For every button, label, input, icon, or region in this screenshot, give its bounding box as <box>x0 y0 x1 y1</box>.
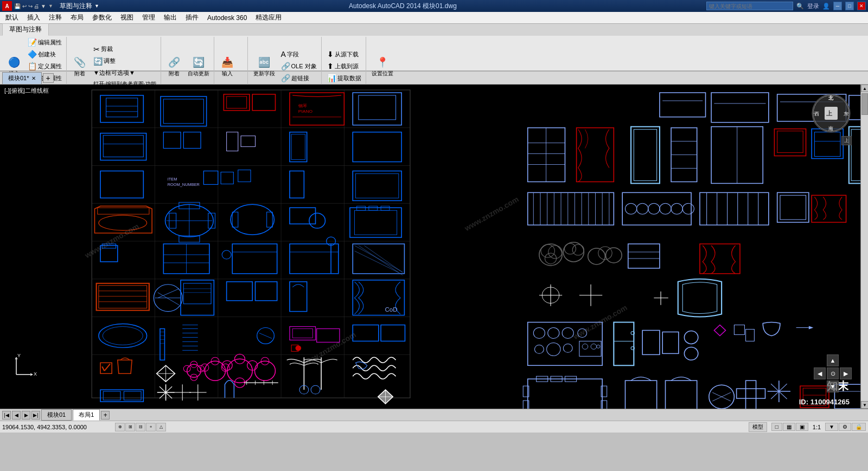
clip-btn[interactable]: ✂剪裁 <box>91 44 158 55</box>
osnap-toggle[interactable]: △ <box>156 423 166 431</box>
menu-parametric[interactable]: 参数化 <box>88 12 116 23</box>
menu-featured[interactable]: 精选应用 <box>251 12 286 23</box>
view-btn-1[interactable]: □ <box>771 423 782 431</box>
scroll-track[interactable] <box>861 92 868 401</box>
nav-left-btn[interactable]: ◀ <box>814 367 826 379</box>
maximize-btn[interactable]: □ <box>845 2 854 10</box>
extract-data-btn[interactable]: 📊提取数据 <box>325 73 363 83</box>
tab-model[interactable]: 模块01 <box>41 409 72 421</box>
svg-rect-56 <box>267 212 273 227</box>
update-field-label: 更新字段 <box>253 70 275 78</box>
svg-point-264 <box>684 331 698 344</box>
grid-display[interactable]: ⊞ <box>125 423 135 431</box>
download-btn[interactable]: ⬇从源下载 <box>325 49 363 60</box>
brand-id: ID: 1100941265 <box>799 398 850 406</box>
svg-text:PIANO: PIANO <box>298 109 312 114</box>
svg-point-213 <box>671 203 682 214</box>
tab-layout1[interactable]: 布局1 <box>73 409 100 421</box>
svg-point-100 <box>103 327 143 345</box>
set-location-btn[interactable]: 📍 设置位置 <box>369 53 395 79</box>
svg-rect-191 <box>814 132 840 157</box>
view-btn-2[interactable]: ▦ <box>783 423 795 431</box>
menu-plugin[interactable]: 插件 <box>181 12 203 23</box>
menu-annotate[interactable]: 注释 <box>44 12 66 23</box>
snap-toggle[interactable]: ⊕ <box>115 423 125 431</box>
hyperlink-btn[interactable]: 🔗超链接 <box>279 73 319 83</box>
anno-btn[interactable]: ▼ <box>825 423 838 431</box>
set-location-icon: 📍 <box>375 55 390 70</box>
svg-rect-147 <box>103 391 120 400</box>
attach-btn[interactable]: 📎 附着 <box>70 53 90 79</box>
svg-line-78 <box>354 246 403 272</box>
svg-rect-169 <box>711 93 769 122</box>
menu-default[interactable]: 默认 <box>1 12 23 23</box>
update-field-btn[interactable]: 🔤 更新字段 <box>251 53 277 79</box>
polar-toggle[interactable]: + <box>146 423 156 431</box>
scroll-down-btn[interactable]: ▼ <box>861 401 868 409</box>
create-block-btn[interactable]: 🔷创建块 <box>25 49 64 60</box>
tab-nav-first[interactable]: |◀ <box>2 411 11 420</box>
svg-rect-40 <box>221 172 233 184</box>
adjust-btn[interactable]: 🔄调整 <box>91 56 158 67</box>
tab-nav-next[interactable]: ▶ <box>22 411 30 420</box>
upload-btn[interactable]: ⬆上载到源 <box>325 61 363 72</box>
border-opt-btn[interactable]: ▼边框可选项▼ <box>91 68 158 78</box>
cloud-attach-label: 附着 <box>169 70 180 78</box>
cloud-attach-btn[interactable]: 🔗 附着 <box>164 53 184 79</box>
svg-rect-148 <box>124 391 141 400</box>
svg-line-79 <box>359 246 403 275</box>
user-icon[interactable]: 👤 <box>822 3 830 10</box>
nav-up-btn[interactable]: ▲ <box>827 354 839 366</box>
ortho-toggle[interactable]: ⊟ <box>136 423 145 431</box>
quick-access[interactable]: 💾 ↩ ↪ 🖨 ▼ <box>14 3 46 9</box>
svg-rect-44 <box>356 173 399 198</box>
ribbon-dropdown[interactable]: ▼ <box>94 3 99 9</box>
menu-output[interactable]: 输出 <box>159 12 181 23</box>
doc-tab-model[interactable]: 模块01* ✕ <box>2 72 42 84</box>
ole-btn[interactable]: 🔗OLE 对象 <box>279 61 319 72</box>
close-btn[interactable]: ✕ <box>857 2 866 10</box>
login-link[interactable]: 登录 <box>807 2 819 10</box>
nav-down-btn[interactable]: ▼ <box>827 380 839 392</box>
nav-center-btn[interactable]: ⊙ <box>827 367 839 379</box>
view-btn-3[interactable]: ▣ <box>796 423 808 431</box>
search-input[interactable] <box>706 2 793 10</box>
nav-right-btn[interactable]: ▶ <box>840 367 852 379</box>
coordinates: 19064.1530, 4942.3353, 0.0000 <box>2 424 111 430</box>
model-btn[interactable]: 模型 <box>749 422 767 432</box>
tab-nav-prev[interactable]: ◀ <box>12 411 21 420</box>
svg-rect-174 <box>528 128 565 182</box>
ribbon-tab-sketch[interactable]: 草图与注释 <box>2 23 49 36</box>
dropdown-arrow[interactable]: ▼ <box>48 3 53 9</box>
svg-line-114 <box>259 333 272 338</box>
new-tab-btn[interactable]: + <box>43 73 54 83</box>
menu-insert[interactable]: 插入 <box>23 12 44 23</box>
tab-nav-last[interactable]: ▶| <box>31 411 40 420</box>
workspace-btn[interactable]: ⚙ <box>839 423 851 431</box>
svg-rect-92 <box>183 283 211 304</box>
menu-layout[interactable]: 布局 <box>66 12 88 23</box>
update-field-icon: 🔤 <box>257 55 272 70</box>
scroll-thumb[interactable] <box>861 93 868 115</box>
svg-rect-101 <box>160 328 164 360</box>
drawing-canvas[interactable]: [-][俯视]二维线框 www.znzmo.com www.znzmo.com … <box>0 85 860 409</box>
scroll-up-btn[interactable]: ▲ <box>861 85 868 92</box>
define-attr-btn[interactable]: 📋定义属性 <box>25 61 64 72</box>
lock-btn[interactable]: 🔒 <box>852 423 866 431</box>
menu-manage[interactable]: 管理 <box>138 12 159 23</box>
field-btn[interactable]: A字段 <box>279 49 319 60</box>
menu-autodesk360[interactable]: Autodesk 360 <box>203 12 251 23</box>
svg-line-123 <box>102 366 104 371</box>
menu-view[interactable]: 视图 <box>116 12 138 23</box>
svg-point-58 <box>309 213 326 228</box>
add-layout-btn[interactable]: + <box>101 411 110 420</box>
import-btn[interactable]: 📥 输入 <box>218 53 237 79</box>
edit-attr-btn[interactable]: 📝编辑属性 <box>25 37 64 48</box>
doc-tab-close[interactable]: ✕ <box>31 75 36 81</box>
auto-update-btn[interactable]: 🔄 自动更新 <box>186 53 212 79</box>
coord-axis: Y X <box>11 353 38 382</box>
minimize-btn[interactable]: ─ <box>833 2 842 10</box>
svg-line-89 <box>158 289 179 298</box>
search-btn[interactable]: 🔍 <box>796 3 804 10</box>
cloud-attach-icon: 🔗 <box>167 55 182 70</box>
